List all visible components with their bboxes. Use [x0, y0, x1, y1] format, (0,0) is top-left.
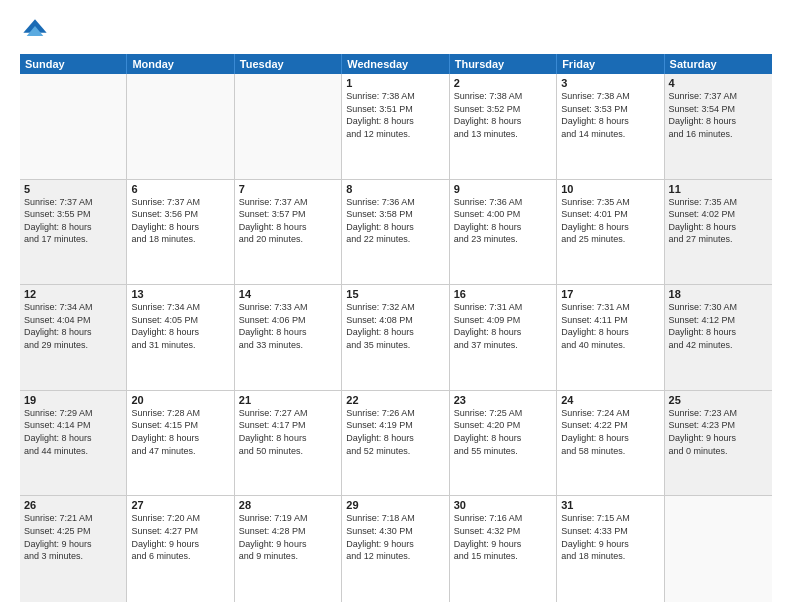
day-cell-2: 2Sunrise: 7:38 AM Sunset: 3:52 PM Daylig… — [450, 74, 557, 179]
day-number: 19 — [24, 394, 122, 406]
day-number: 17 — [561, 288, 659, 300]
day-cell-empty — [665, 496, 772, 602]
day-info: Sunrise: 7:37 AM Sunset: 3:56 PM Dayligh… — [131, 196, 229, 246]
day-cell-25: 25Sunrise: 7:23 AM Sunset: 4:23 PM Dayli… — [665, 391, 772, 496]
day-number: 5 — [24, 183, 122, 195]
day-number: 28 — [239, 499, 337, 511]
calendar: SundayMondayTuesdayWednesdayThursdayFrid… — [20, 54, 772, 602]
day-cell-empty — [235, 74, 342, 179]
day-info: Sunrise: 7:35 AM Sunset: 4:02 PM Dayligh… — [669, 196, 768, 246]
day-header-friday: Friday — [557, 54, 664, 74]
day-header-thursday: Thursday — [450, 54, 557, 74]
day-number: 12 — [24, 288, 122, 300]
day-cell-empty — [20, 74, 127, 179]
week-row-1: 1Sunrise: 7:38 AM Sunset: 3:51 PM Daylig… — [20, 74, 772, 180]
day-info: Sunrise: 7:26 AM Sunset: 4:19 PM Dayligh… — [346, 407, 444, 457]
day-cell-28: 28Sunrise: 7:19 AM Sunset: 4:28 PM Dayli… — [235, 496, 342, 602]
day-cell-11: 11Sunrise: 7:35 AM Sunset: 4:02 PM Dayli… — [665, 180, 772, 285]
day-cell-13: 13Sunrise: 7:34 AM Sunset: 4:05 PM Dayli… — [127, 285, 234, 390]
day-info: Sunrise: 7:21 AM Sunset: 4:25 PM Dayligh… — [24, 512, 122, 562]
logo-icon — [20, 16, 50, 46]
header — [20, 16, 772, 46]
day-number: 11 — [669, 183, 768, 195]
day-cell-17: 17Sunrise: 7:31 AM Sunset: 4:11 PM Dayli… — [557, 285, 664, 390]
day-number: 30 — [454, 499, 552, 511]
day-info: Sunrise: 7:20 AM Sunset: 4:27 PM Dayligh… — [131, 512, 229, 562]
day-info: Sunrise: 7:35 AM Sunset: 4:01 PM Dayligh… — [561, 196, 659, 246]
day-cell-21: 21Sunrise: 7:27 AM Sunset: 4:17 PM Dayli… — [235, 391, 342, 496]
day-number: 31 — [561, 499, 659, 511]
day-info: Sunrise: 7:36 AM Sunset: 3:58 PM Dayligh… — [346, 196, 444, 246]
day-info: Sunrise: 7:30 AM Sunset: 4:12 PM Dayligh… — [669, 301, 768, 351]
calendar-body: 1Sunrise: 7:38 AM Sunset: 3:51 PM Daylig… — [20, 74, 772, 602]
day-number: 10 — [561, 183, 659, 195]
day-info: Sunrise: 7:37 AM Sunset: 3:55 PM Dayligh… — [24, 196, 122, 246]
day-info: Sunrise: 7:32 AM Sunset: 4:08 PM Dayligh… — [346, 301, 444, 351]
day-info: Sunrise: 7:31 AM Sunset: 4:09 PM Dayligh… — [454, 301, 552, 351]
day-number: 22 — [346, 394, 444, 406]
day-info: Sunrise: 7:28 AM Sunset: 4:15 PM Dayligh… — [131, 407, 229, 457]
day-cell-16: 16Sunrise: 7:31 AM Sunset: 4:09 PM Dayli… — [450, 285, 557, 390]
day-cell-18: 18Sunrise: 7:30 AM Sunset: 4:12 PM Dayli… — [665, 285, 772, 390]
day-cell-30: 30Sunrise: 7:16 AM Sunset: 4:32 PM Dayli… — [450, 496, 557, 602]
day-info: Sunrise: 7:29 AM Sunset: 4:14 PM Dayligh… — [24, 407, 122, 457]
day-header-monday: Monday — [127, 54, 234, 74]
calendar-header: SundayMondayTuesdayWednesdayThursdayFrid… — [20, 54, 772, 74]
day-cell-15: 15Sunrise: 7:32 AM Sunset: 4:08 PM Dayli… — [342, 285, 449, 390]
day-info: Sunrise: 7:18 AM Sunset: 4:30 PM Dayligh… — [346, 512, 444, 562]
day-number: 2 — [454, 77, 552, 89]
day-number: 25 — [669, 394, 768, 406]
day-info: Sunrise: 7:15 AM Sunset: 4:33 PM Dayligh… — [561, 512, 659, 562]
week-row-4: 19Sunrise: 7:29 AM Sunset: 4:14 PM Dayli… — [20, 391, 772, 497]
day-cell-26: 26Sunrise: 7:21 AM Sunset: 4:25 PM Dayli… — [20, 496, 127, 602]
day-info: Sunrise: 7:27 AM Sunset: 4:17 PM Dayligh… — [239, 407, 337, 457]
day-cell-24: 24Sunrise: 7:24 AM Sunset: 4:22 PM Dayli… — [557, 391, 664, 496]
day-number: 16 — [454, 288, 552, 300]
day-info: Sunrise: 7:19 AM Sunset: 4:28 PM Dayligh… — [239, 512, 337, 562]
day-number: 21 — [239, 394, 337, 406]
day-info: Sunrise: 7:31 AM Sunset: 4:11 PM Dayligh… — [561, 301, 659, 351]
day-cell-23: 23Sunrise: 7:25 AM Sunset: 4:20 PM Dayli… — [450, 391, 557, 496]
day-cell-10: 10Sunrise: 7:35 AM Sunset: 4:01 PM Dayli… — [557, 180, 664, 285]
day-info: Sunrise: 7:38 AM Sunset: 3:53 PM Dayligh… — [561, 90, 659, 140]
day-info: Sunrise: 7:34 AM Sunset: 4:04 PM Dayligh… — [24, 301, 122, 351]
day-info: Sunrise: 7:37 AM Sunset: 3:57 PM Dayligh… — [239, 196, 337, 246]
week-row-3: 12Sunrise: 7:34 AM Sunset: 4:04 PM Dayli… — [20, 285, 772, 391]
day-cell-6: 6Sunrise: 7:37 AM Sunset: 3:56 PM Daylig… — [127, 180, 234, 285]
week-row-2: 5Sunrise: 7:37 AM Sunset: 3:55 PM Daylig… — [20, 180, 772, 286]
day-header-saturday: Saturday — [665, 54, 772, 74]
day-cell-9: 9Sunrise: 7:36 AM Sunset: 4:00 PM Daylig… — [450, 180, 557, 285]
day-number: 26 — [24, 499, 122, 511]
week-row-5: 26Sunrise: 7:21 AM Sunset: 4:25 PM Dayli… — [20, 496, 772, 602]
day-info: Sunrise: 7:23 AM Sunset: 4:23 PM Dayligh… — [669, 407, 768, 457]
day-info: Sunrise: 7:33 AM Sunset: 4:06 PM Dayligh… — [239, 301, 337, 351]
day-info: Sunrise: 7:36 AM Sunset: 4:00 PM Dayligh… — [454, 196, 552, 246]
day-number: 6 — [131, 183, 229, 195]
day-cell-7: 7Sunrise: 7:37 AM Sunset: 3:57 PM Daylig… — [235, 180, 342, 285]
day-number: 1 — [346, 77, 444, 89]
day-cell-27: 27Sunrise: 7:20 AM Sunset: 4:27 PM Dayli… — [127, 496, 234, 602]
day-info: Sunrise: 7:25 AM Sunset: 4:20 PM Dayligh… — [454, 407, 552, 457]
day-number: 18 — [669, 288, 768, 300]
day-info: Sunrise: 7:38 AM Sunset: 3:52 PM Dayligh… — [454, 90, 552, 140]
day-cell-12: 12Sunrise: 7:34 AM Sunset: 4:04 PM Dayli… — [20, 285, 127, 390]
day-number: 14 — [239, 288, 337, 300]
day-cell-20: 20Sunrise: 7:28 AM Sunset: 4:15 PM Dayli… — [127, 391, 234, 496]
day-info: Sunrise: 7:37 AM Sunset: 3:54 PM Dayligh… — [669, 90, 768, 140]
day-header-sunday: Sunday — [20, 54, 127, 74]
day-info: Sunrise: 7:34 AM Sunset: 4:05 PM Dayligh… — [131, 301, 229, 351]
day-number: 13 — [131, 288, 229, 300]
day-number: 29 — [346, 499, 444, 511]
day-cell-22: 22Sunrise: 7:26 AM Sunset: 4:19 PM Dayli… — [342, 391, 449, 496]
day-number: 4 — [669, 77, 768, 89]
day-number: 27 — [131, 499, 229, 511]
day-cell-31: 31Sunrise: 7:15 AM Sunset: 4:33 PM Dayli… — [557, 496, 664, 602]
day-number: 20 — [131, 394, 229, 406]
day-cell-19: 19Sunrise: 7:29 AM Sunset: 4:14 PM Dayli… — [20, 391, 127, 496]
day-header-tuesday: Tuesday — [235, 54, 342, 74]
day-number: 7 — [239, 183, 337, 195]
day-info: Sunrise: 7:38 AM Sunset: 3:51 PM Dayligh… — [346, 90, 444, 140]
day-number: 3 — [561, 77, 659, 89]
day-header-wednesday: Wednesday — [342, 54, 449, 74]
day-cell-8: 8Sunrise: 7:36 AM Sunset: 3:58 PM Daylig… — [342, 180, 449, 285]
